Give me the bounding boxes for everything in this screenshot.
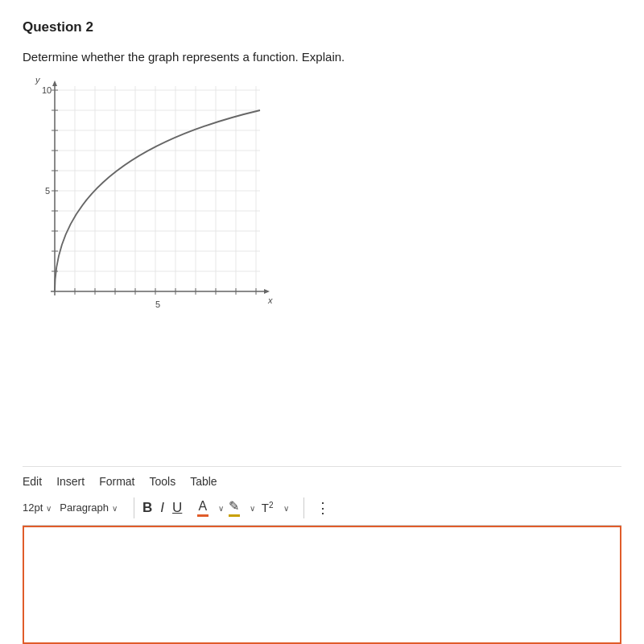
page: Question 2 Determine whether the graph r… <box>0 0 644 644</box>
highlight-button[interactable]: ✎ <box>229 498 240 517</box>
highlight-chevron[interactable]: ∨ <box>250 504 255 513</box>
toolbar-divider-1 <box>134 497 134 518</box>
paragraph-chevron: ∨ <box>112 504 118 513</box>
svg-marker-24 <box>52 80 57 86</box>
menu-bar: Edit Insert Format Tools Table <box>23 466 621 493</box>
svg-text:x: x <box>267 295 273 305</box>
svg-text:5: 5 <box>155 299 160 309</box>
question-text: Determine whether the graph represents a… <box>23 50 621 64</box>
superscript-button[interactable]: T 2 <box>262 501 274 514</box>
menu-table[interactable]: Table <box>190 475 217 488</box>
graph-svg: 10 5 y 5 x <box>31 78 288 328</box>
italic-button[interactable]: I <box>160 500 164 516</box>
menu-tools[interactable]: Tools <box>149 475 175 488</box>
font-color-letter: A <box>198 499 207 514</box>
font-color-bar <box>197 514 208 517</box>
font-size-label: 12pt <box>23 502 43 514</box>
menu-format[interactable]: Format <box>99 475 134 488</box>
menu-insert[interactable]: Insert <box>56 475 85 488</box>
bold-button[interactable]: B <box>142 500 152 516</box>
editor-box[interactable] <box>23 526 621 645</box>
font-size-dropdown[interactable]: 12pt ∨ <box>23 502 52 514</box>
svg-text:y: y <box>35 78 41 85</box>
graph-area: 10 5 y 5 x <box>31 78 621 328</box>
paragraph-dropdown[interactable]: Paragraph ∨ <box>60 502 118 514</box>
font-size-chevron: ∨ <box>46 504 52 513</box>
toolbar-bar: 12pt ∨ Paragraph ∨ B I U A ∨ ✎ ∨ T 2 ∨ ⋮ <box>23 493 621 526</box>
superscript-label: T <box>262 501 269 514</box>
svg-text:5: 5 <box>45 186 50 196</box>
more-button[interactable]: ⋮ <box>316 499 330 517</box>
underline-button[interactable]: U <box>172 500 182 516</box>
highlight-bar <box>229 514 240 517</box>
superscript-exp: 2 <box>269 501 274 510</box>
font-color-button[interactable]: A <box>197 499 208 517</box>
highlight-icon: ✎ <box>229 498 239 514</box>
question-title: Question 2 <box>23 19 621 35</box>
paragraph-label: Paragraph <box>60 502 109 514</box>
svg-text:10: 10 <box>42 85 52 95</box>
svg-marker-25 <box>264 289 270 294</box>
superscript-chevron[interactable]: ∨ <box>283 504 289 513</box>
menu-edit[interactable]: Edit <box>23 475 42 488</box>
graph-container: 10 5 y 5 x <box>31 78 288 328</box>
toolbar-divider-2 <box>303 497 304 518</box>
font-color-chevron[interactable]: ∨ <box>218 504 224 513</box>
